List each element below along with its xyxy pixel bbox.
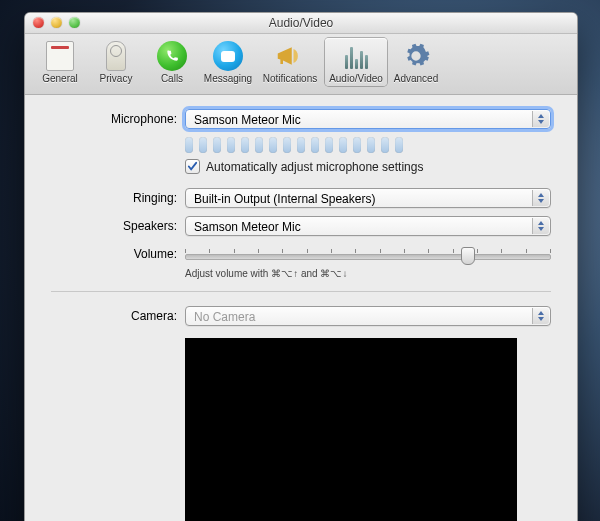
tab-privacy[interactable]: Privacy: [89, 38, 143, 86]
volume-hint: Adjust volume with ⌘⌥↑ and ⌘⌥↓: [185, 268, 551, 279]
stepper-icon: [532, 111, 549, 127]
tab-audio-video[interactable]: Audio/Video: [325, 38, 387, 86]
equalizer-icon: [342, 43, 370, 69]
microphone-label: Microphone:: [51, 112, 185, 126]
slider-track: [185, 254, 551, 260]
camera-label: Camera:: [51, 309, 185, 323]
tab-advanced[interactable]: Advanced: [389, 38, 443, 86]
content-area: Microphone: Samson Meteor Mic Automatica…: [25, 95, 577, 521]
checkbox-icon: [185, 159, 200, 174]
stepper-icon: [532, 190, 549, 206]
microphone-level-meter: [185, 137, 551, 153]
auto-adjust-label: Automatically adjust microphone settings: [206, 160, 423, 174]
ringing-label: Ringing:: [51, 191, 185, 205]
tab-messaging[interactable]: Messaging: [201, 38, 255, 86]
close-button[interactable]: [33, 17, 44, 28]
gear-icon: [400, 40, 432, 72]
window-controls: [33, 17, 80, 28]
window-title: Audio/Video: [269, 16, 334, 30]
tab-notifications[interactable]: Notifications: [257, 38, 323, 86]
zoom-button[interactable]: [69, 17, 80, 28]
microphone-select[interactable]: Samson Meteor Mic: [185, 109, 551, 129]
camera-select[interactable]: No Camera: [185, 306, 551, 326]
speakers-label: Speakers:: [51, 219, 185, 233]
preferences-window: Audio/Video General Privacy Calls Messag…: [24, 12, 578, 521]
preferences-toolbar: General Privacy Calls Messaging Notifica…: [25, 34, 577, 95]
tab-calls[interactable]: Calls: [145, 38, 199, 86]
megaphone-icon: [274, 40, 306, 72]
lock-tag-icon: [106, 41, 126, 71]
auto-adjust-checkbox-row[interactable]: Automatically adjust microphone settings: [185, 159, 551, 174]
ringing-select[interactable]: Built-in Output (Internal Speakers): [185, 188, 551, 208]
tab-general[interactable]: General: [33, 38, 87, 86]
speech-bubble-icon: [213, 41, 243, 71]
speakers-select[interactable]: Samson Meteor Mic: [185, 216, 551, 236]
phone-icon: [157, 41, 187, 71]
volume-slider[interactable]: [185, 246, 551, 264]
minimize-button[interactable]: [51, 17, 62, 28]
slider-thumb[interactable]: [461, 247, 475, 265]
camera-preview: [185, 338, 517, 521]
volume-label: Volume:: [51, 247, 185, 261]
slider-ticks: [185, 249, 551, 253]
titlebar[interactable]: Audio/Video: [25, 13, 577, 34]
stepper-icon: [532, 308, 549, 324]
slider-panel-icon: [46, 41, 74, 71]
separator: [51, 291, 551, 292]
stepper-icon: [532, 218, 549, 234]
